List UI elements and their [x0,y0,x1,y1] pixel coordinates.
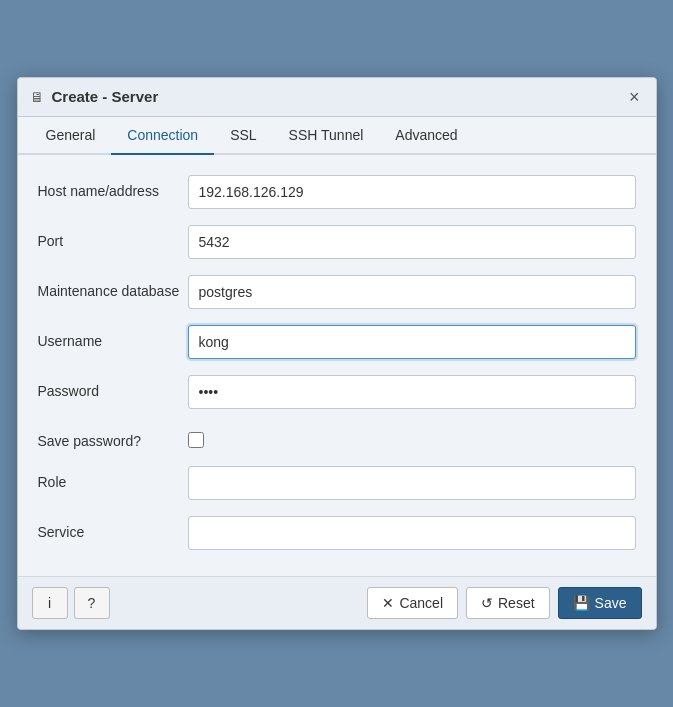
dialog-body: Host name/address Port Maintenance datab… [18,155,656,576]
dialog-titlebar: 🖥 Create - Server × [18,78,656,117]
server-icon: 🖥 [30,89,44,105]
port-row: Port [38,225,636,259]
tab-bar: General Connection SSL SSH Tunnel Advanc… [18,117,656,155]
create-server-dialog: 🖥 Create - Server × General Connection S… [17,77,657,630]
username-input[interactable] [188,325,636,359]
footer-left-buttons: i ? [32,587,110,619]
maintenance-db-input[interactable] [188,275,636,309]
maintenance-db-label: Maintenance database [38,275,188,300]
info-button[interactable]: i [32,587,68,619]
password-input[interactable] [188,375,636,409]
save-label: Save [595,595,627,611]
service-label: Service [38,516,188,541]
host-input[interactable] [188,175,636,209]
username-label: Username [38,325,188,350]
tab-ssl[interactable]: SSL [214,117,272,155]
close-button[interactable]: × [625,88,644,106]
password-label: Password [38,375,188,400]
role-label: Role [38,466,188,491]
save-button[interactable]: 💾 Save [558,587,642,619]
save-password-row: Save password? [38,425,636,450]
host-label: Host name/address [38,175,188,200]
role-row: Role [38,466,636,500]
dialog-title: Create - Server [52,88,159,105]
dialog-title-left: 🖥 Create - Server [30,88,159,105]
cancel-button[interactable]: ✕ Cancel [367,587,458,619]
host-row: Host name/address [38,175,636,209]
tab-general[interactable]: General [30,117,112,155]
tab-advanced[interactable]: Advanced [379,117,473,155]
username-row: Username [38,325,636,359]
help-button[interactable]: ? [74,587,110,619]
password-row: Password [38,375,636,409]
port-input[interactable] [188,225,636,259]
role-input[interactable] [188,466,636,500]
dialog-footer: i ? ✕ Cancel ↺ Reset 💾 Save [18,576,656,629]
save-icon: 💾 [573,595,590,611]
cancel-icon: ✕ [382,595,394,611]
reset-label: Reset [498,595,535,611]
reset-icon: ↺ [481,595,493,611]
save-password-label: Save password? [38,425,188,450]
reset-button[interactable]: ↺ Reset [466,587,550,619]
tab-connection[interactable]: Connection [111,117,214,155]
service-row: Service [38,516,636,550]
tab-ssh-tunnel[interactable]: SSH Tunnel [273,117,380,155]
save-password-checkbox[interactable] [188,432,204,448]
port-label: Port [38,225,188,250]
cancel-label: Cancel [399,595,443,611]
maintenance-db-row: Maintenance database [38,275,636,309]
save-password-checkbox-wrapper [188,425,204,448]
service-input[interactable] [188,516,636,550]
footer-right-buttons: ✕ Cancel ↺ Reset 💾 Save [367,587,641,619]
